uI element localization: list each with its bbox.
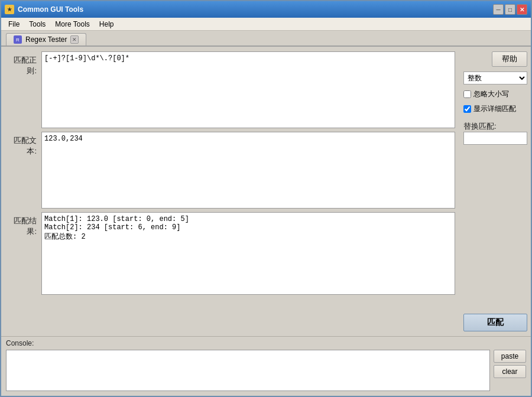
minimize-button[interactable]: ─ [493, 4, 504, 15]
paste-button[interactable]: paste [494, 350, 526, 363]
tab-label: Regex Tester [25, 35, 67, 44]
app-body: 匹配正则: 匹配文本: 匹配结果: 帮助 整数小数自定义 [1, 47, 531, 396]
window-title: Common GUI Tools [18, 5, 493, 14]
text-input[interactable] [41, 132, 455, 209]
tab-icon: R [14, 35, 22, 44]
tab-regex-tester[interactable]: R Regex Tester ✕ [6, 33, 86, 45]
maximize-button[interactable]: □ [505, 4, 515, 15]
show-detail-checkbox[interactable] [463, 105, 471, 113]
window-controls: ─ □ ✕ [493, 4, 527, 15]
console-buttons: paste clear [494, 350, 526, 378]
pattern-dropdown[interactable]: 整数小数自定义 [463, 71, 527, 84]
tab-close-button[interactable]: ✕ [70, 35, 79, 44]
regex-input[interactable] [41, 51, 455, 128]
panels-area: 匹配正则: 匹配文本: 匹配结果: 帮助 整数小数自定义 [1, 47, 531, 336]
menu-tools[interactable]: Tools [24, 19, 50, 30]
text-label: 匹配文本: [6, 132, 41, 157]
result-label: 匹配结果: [6, 212, 41, 237]
left-panel: 匹配正则: 匹配文本: 匹配结果: [1, 47, 460, 336]
console-section: Console: paste clear [1, 336, 531, 396]
result-output [41, 212, 455, 295]
match-button[interactable]: 匹配 [463, 314, 527, 331]
text-field-row: 匹配文本: [6, 132, 455, 209]
console-input[interactable] [6, 350, 490, 391]
replace-section: 替换匹配: [463, 119, 527, 145]
show-detail-label: 显示详细匹配 [473, 104, 516, 114]
menu-help[interactable]: Help [95, 19, 119, 30]
app-icon: ★ [5, 5, 14, 14]
menu-bar: File Tools More Tools Help [1, 18, 531, 31]
title-bar: ★ Common GUI Tools ─ □ ✕ [1, 1, 531, 18]
console-row: paste clear [6, 350, 526, 391]
menu-more-tools[interactable]: More Tools [50, 19, 94, 30]
pattern-dropdown-row: 整数小数自定义 [463, 71, 527, 84]
clear-button[interactable]: clear [494, 365, 526, 378]
close-button[interactable]: ✕ [517, 4, 527, 15]
help-button[interactable]: 帮助 [492, 51, 527, 67]
replace-label: 替换匹配: [463, 121, 527, 132]
ignore-case-checkbox[interactable] [463, 90, 471, 98]
menu-file[interactable]: File [4, 19, 24, 30]
regex-label: 匹配正则: [6, 51, 41, 76]
show-detail-row: 显示详细匹配 [463, 104, 527, 114]
replace-input[interactable] [463, 132, 527, 145]
right-panel: 帮助 整数小数自定义 忽略大小写 显示详细匹配 替换匹配: 匹配 [460, 47, 531, 336]
result-field-row: 匹配结果: [6, 212, 455, 295]
tab-bar: R Regex Tester ✕ [1, 31, 531, 47]
console-label: Console: [6, 339, 526, 347]
regex-field-row: 匹配正则: [6, 51, 455, 128]
ignore-case-row: 忽略大小写 [463, 89, 527, 99]
ignore-case-label: 忽略大小写 [473, 89, 509, 99]
main-window: ★ Common GUI Tools ─ □ ✕ File Tools More… [0, 0, 532, 397]
